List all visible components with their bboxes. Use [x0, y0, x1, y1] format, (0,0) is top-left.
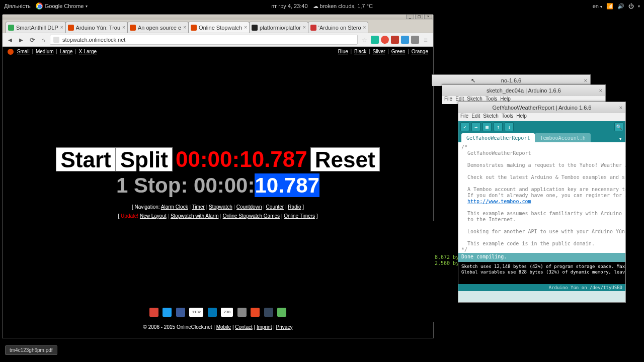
browser-tab[interactable]: Arduino Yún: Trou×: [65, 22, 128, 33]
link[interactable]: Alarm Clock: [161, 204, 188, 210]
ext-icon-2[interactable]: [381, 36, 389, 44]
tab-header[interactable]: TembooAccount.h: [535, 133, 590, 142]
browser-tab[interactable]: SmartAnthill DLP×: [6, 22, 66, 33]
link[interactable]: Countdown: [236, 204, 262, 210]
serial-monitor-button[interactable]: 🔍: [614, 122, 623, 131]
link[interactable]: Radio: [288, 204, 301, 210]
menu-item[interactable]: Sketch: [467, 96, 482, 102]
link[interactable]: Large: [60, 49, 73, 54]
tab-menu-icon[interactable]: ▾: [615, 135, 625, 142]
link[interactable]: X-Large: [78, 49, 97, 54]
link[interactable]: Contact: [235, 324, 252, 330]
clock[interactable]: пт гру 4, 23:40: [271, 3, 307, 10]
arduino-window-1[interactable]: no-1.6.6×: [432, 74, 591, 84]
menu-item[interactable]: Tools: [502, 113, 513, 119]
browser-tab[interactable]: 'Arduino on Stero×: [308, 22, 369, 33]
link[interactable]: Imprint: [257, 324, 272, 330]
reload-button[interactable]: ⟳: [28, 35, 37, 44]
link[interactable]: Mobile: [216, 324, 231, 330]
link[interactable]: Medium: [36, 49, 54, 54]
menu-item[interactable]: File: [460, 113, 468, 119]
minimize-button[interactable]: _: [406, 14, 414, 19]
linkedin-icon[interactable]: [208, 308, 217, 317]
download-chip[interactable]: tm4c123gh6pm.pdf: [5, 345, 57, 355]
menu-item[interactable]: Tools: [486, 96, 497, 102]
link[interactable]: Green: [391, 49, 406, 54]
link[interactable]: Blue: [338, 49, 348, 54]
close-icon[interactable]: ×: [584, 77, 587, 83]
verify-button[interactable]: ✓: [460, 122, 469, 131]
forward-button[interactable]: ►: [17, 35, 26, 44]
arduino-window-2[interactable]: sketch_dec04a | Arduino 1.6.6× FileEditS…: [442, 84, 606, 103]
ext-icon-1[interactable]: [371, 36, 379, 44]
menu-item[interactable]: Sketch: [483, 113, 499, 119]
weather-widget[interactable]: ☁ broken clouds, 1,7 °C: [313, 3, 373, 10]
close-tab-icon[interactable]: ×: [303, 25, 306, 30]
link[interactable]: Stopwatch with Alarm: [171, 213, 219, 219]
open-button[interactable]: ↑: [494, 122, 503, 131]
browser-tab[interactable]: Online Stopwatch×: [188, 22, 250, 33]
link[interactable]: Online Timers: [284, 213, 315, 219]
close-tab-icon[interactable]: ×: [60, 25, 63, 30]
link[interactable]: Small: [17, 49, 30, 54]
start-button[interactable]: Start: [56, 147, 115, 171]
split-button[interactable]: Split: [116, 147, 173, 171]
menu-item[interactable]: Edit: [455, 96, 464, 102]
reset-button[interactable]: Reset: [310, 147, 380, 171]
chrome-titlebar[interactable]: _ ▢ ×: [3, 15, 433, 20]
link[interactable]: Black: [354, 49, 366, 54]
new-button[interactable]: ▦: [482, 122, 492, 131]
browser-tab[interactable]: platformio/platfor×: [249, 22, 308, 33]
menu-item[interactable]: Help: [516, 113, 527, 119]
browser-tab[interactable]: An open source e×: [127, 22, 189, 33]
menu-item[interactable]: Help: [500, 96, 511, 102]
menu-item[interactable]: File: [444, 96, 452, 102]
color-picker: Blue | Black | Silver | Green | Orange: [338, 49, 428, 55]
save-button[interactable]: ↓: [505, 122, 514, 131]
lang-indicator[interactable]: en ▾: [593, 3, 602, 9]
activities-button[interactable]: Діяльність: [4, 3, 31, 9]
home-button[interactable]: ⌂: [39, 35, 48, 44]
share-icon[interactable]: [277, 308, 286, 317]
size-picker: Small | Medium | Large | X-Large: [8, 49, 97, 55]
ext-icon-4[interactable]: [401, 36, 409, 44]
volume-icon[interactable]: 🔊: [617, 3, 624, 10]
close-icon[interactable]: ×: [599, 87, 602, 94]
link[interactable]: Orange: [412, 49, 428, 54]
facebook-icon[interactable]: [176, 308, 185, 317]
code-editor[interactable]: /* GetYahooWeatherReport Demonstrates ma…: [458, 142, 625, 253]
stumble-icon[interactable]: [251, 308, 260, 317]
link[interactable]: Stopwatch: [209, 204, 232, 210]
app-menu[interactable]: Google Chrome ▾: [36, 3, 88, 10]
arduino-window-main[interactable]: GetYahooWeatherReport | Arduino 1.6.6× F…: [458, 102, 626, 303]
address-bar[interactable]: stopwatch.onlineclock.net: [50, 35, 358, 45]
star-icon[interactable]: ☆: [360, 35, 369, 44]
close-icon[interactable]: ×: [619, 105, 622, 111]
power-icon[interactable]: ⏻: [628, 3, 634, 9]
link[interactable]: Counter: [266, 204, 284, 210]
close-tab-icon[interactable]: ×: [363, 25, 366, 30]
close-button[interactable]: ×: [424, 14, 432, 19]
twitter-icon[interactable]: [163, 308, 172, 317]
upload-button[interactable]: →: [471, 122, 480, 131]
link[interactable]: New Layout: [140, 213, 167, 219]
menu-item[interactable]: Edit: [471, 113, 480, 119]
tab-sketch[interactable]: GetYahooWeatherReport: [461, 133, 535, 142]
maximize-button[interactable]: ▢: [415, 14, 423, 19]
link[interactable]: Privacy: [276, 324, 293, 330]
li-count: 238: [221, 308, 233, 317]
menu-button[interactable]: ≡: [421, 35, 430, 44]
back-button[interactable]: ◄: [6, 35, 15, 44]
link[interactable]: Timer: [192, 204, 205, 210]
link[interactable]: Online Stopwatch Games: [223, 213, 280, 219]
ext-icon-5[interactable]: [411, 36, 419, 44]
network-icon[interactable]: 📶: [606, 3, 613, 10]
close-tab-icon[interactable]: ×: [244, 25, 247, 30]
link[interactable]: Silver: [373, 49, 385, 54]
tumblr-icon[interactable]: [264, 308, 273, 317]
close-tab-icon[interactable]: ×: [122, 25, 125, 30]
close-tab-icon[interactable]: ×: [183, 25, 186, 30]
mail-icon[interactable]: [237, 308, 247, 317]
gplus-icon[interactable]: [149, 308, 158, 317]
ext-icon-3[interactable]: [391, 36, 399, 44]
